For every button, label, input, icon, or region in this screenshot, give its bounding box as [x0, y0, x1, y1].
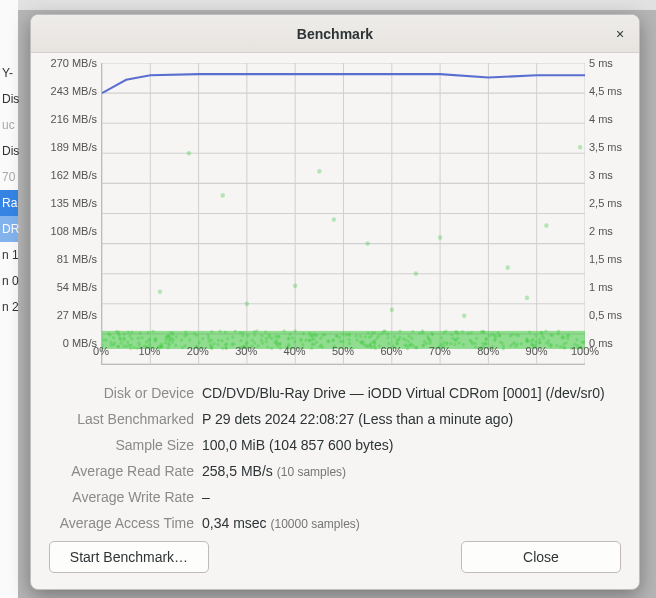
start-benchmark-button[interactable]: Start Benchmark…: [49, 541, 209, 573]
svg-point-289: [207, 333, 210, 336]
svg-point-107: [551, 333, 554, 336]
svg-point-100: [128, 334, 131, 337]
y-left-tick: 135 MB/s: [51, 197, 97, 209]
info-grid: Disk or Device CD/DVD/Blu-Ray Drive — iO…: [45, 385, 625, 531]
svg-point-351: [338, 335, 341, 338]
svg-point-302: [397, 338, 400, 341]
y-right-tick: 3 ms: [589, 169, 613, 181]
svg-point-258: [307, 338, 310, 341]
svg-point-306: [530, 339, 533, 342]
svg-point-402: [450, 333, 453, 336]
y-left-tick: 54 MB/s: [57, 281, 97, 293]
x-tick: 10%: [138, 345, 160, 357]
x-tick: 90%: [526, 345, 548, 357]
x-tick: 80%: [477, 345, 499, 357]
y-right-tick: 4,5 ms: [589, 85, 622, 97]
y-left-tick: 270 MB/s: [51, 57, 97, 69]
svg-point-238: [386, 336, 389, 339]
svg-point-127: [112, 336, 115, 339]
y-right-tick: 1,5 ms: [589, 253, 622, 265]
svg-point-340: [314, 334, 317, 337]
svg-point-27: [365, 241, 369, 246]
value-avg-read: 258,5 MB/s (10 samples): [202, 463, 621, 479]
svg-point-257: [287, 336, 290, 339]
svg-point-309: [291, 336, 294, 339]
svg-point-431: [494, 337, 497, 340]
svg-point-261: [265, 340, 268, 343]
svg-point-156: [241, 334, 244, 337]
svg-point-254: [246, 334, 249, 337]
svg-point-78: [171, 340, 174, 343]
svg-point-406: [210, 330, 213, 333]
svg-point-37: [462, 313, 466, 318]
svg-point-102: [540, 331, 543, 334]
svg-point-353: [140, 336, 143, 339]
svg-point-38: [525, 295, 529, 300]
label-avg-read: Average Read Rate: [49, 463, 194, 479]
close-icon[interactable]: ×: [609, 23, 631, 45]
svg-point-250: [339, 340, 342, 343]
svg-point-355: [428, 338, 431, 341]
svg-point-401: [367, 331, 370, 334]
svg-point-293: [509, 334, 512, 337]
svg-point-408: [175, 335, 178, 338]
svg-point-221: [454, 338, 457, 341]
svg-point-352: [347, 332, 350, 335]
svg-point-215: [544, 329, 547, 332]
svg-point-321: [332, 338, 335, 341]
svg-point-241: [183, 334, 186, 337]
value-disk: CD/DVD/Blu-Ray Drive — iODD Virtual CDRo…: [202, 385, 621, 401]
svg-point-208: [538, 341, 541, 344]
svg-point-345: [371, 340, 374, 343]
label-avg-write: Average Write Rate: [49, 489, 194, 505]
svg-point-389: [265, 337, 268, 340]
y-right-tick: 2,5 ms: [589, 197, 622, 209]
svg-point-62: [221, 339, 224, 342]
y-left-tick: 108 MB/s: [51, 225, 97, 237]
svg-point-330: [407, 340, 410, 343]
svg-point-189: [411, 330, 414, 333]
svg-point-426: [341, 332, 344, 335]
svg-point-424: [454, 330, 457, 333]
svg-point-417: [566, 337, 569, 340]
svg-point-368: [302, 332, 305, 335]
benchmark-chart: 0 MB/s27 MB/s54 MB/s81 MB/s108 MB/s135 M…: [45, 63, 625, 365]
x-tick: 100%: [571, 345, 599, 357]
svg-point-282: [304, 339, 307, 342]
svg-point-29: [438, 235, 442, 240]
y-left-tick: 216 MB/s: [51, 113, 97, 125]
svg-point-209: [377, 334, 380, 337]
label-disk: Disk or Device: [49, 385, 194, 401]
svg-point-376: [430, 332, 433, 335]
svg-point-235: [283, 329, 286, 332]
titlebar[interactable]: Benchmark ×: [31, 15, 639, 53]
svg-point-211: [139, 332, 142, 335]
y-left-tick: 81 MB/s: [57, 253, 97, 265]
svg-point-152: [264, 330, 267, 333]
value-last-bench: P 29 dets 2024 22:08:27 (Less than a min…: [202, 411, 621, 427]
svg-point-348: [234, 329, 237, 332]
y-right-tick: 0,5 ms: [589, 309, 622, 321]
svg-point-381: [319, 336, 322, 339]
svg-point-334: [359, 334, 362, 337]
x-tick: 50%: [332, 345, 354, 357]
y-left-tick: 189 MB/s: [51, 141, 97, 153]
svg-point-371: [154, 338, 157, 341]
svg-point-378: [188, 338, 191, 341]
svg-point-30: [506, 265, 510, 270]
value-avg-access: 0,34 msec (10000 samples): [202, 515, 621, 531]
svg-point-362: [226, 337, 229, 340]
y-right-tick: 1 ms: [589, 281, 613, 293]
svg-point-434: [119, 338, 122, 341]
svg-point-69: [534, 334, 537, 337]
svg-point-229: [108, 333, 111, 336]
svg-point-33: [158, 289, 162, 294]
svg-point-263: [260, 338, 263, 341]
svg-point-23: [187, 151, 191, 156]
close-button[interactable]: Close: [461, 541, 621, 573]
x-tick: 30%: [235, 345, 257, 357]
svg-point-338: [217, 339, 220, 342]
svg-point-269: [380, 332, 383, 335]
svg-point-255: [469, 339, 472, 342]
svg-point-158: [130, 330, 133, 333]
